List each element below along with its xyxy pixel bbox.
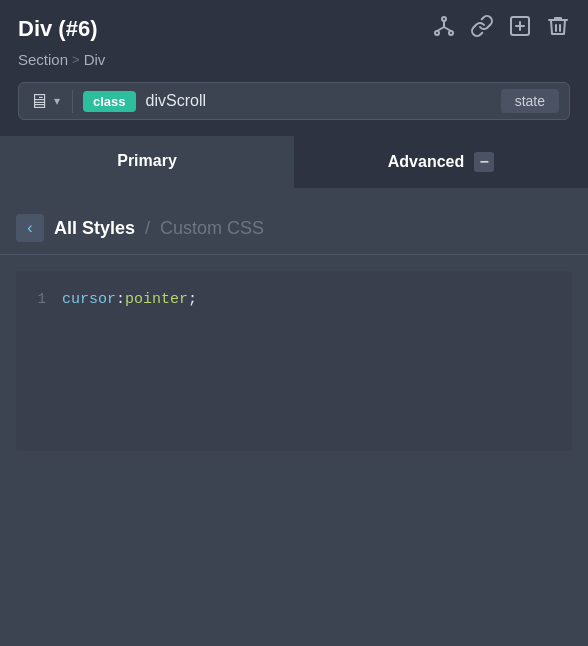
breadcrumb-div: Div [84,51,106,68]
class-value: divScroll [146,92,491,110]
hierarchy-icon[interactable] [432,14,456,43]
custom-css-label: Custom CSS [160,218,264,239]
breadcrumb-section: Section [18,51,68,68]
css-property: cursor [62,291,116,308]
header-top: Div (#6) [18,14,570,43]
class-badge[interactable]: class [83,91,136,112]
trash-icon[interactable] [546,14,570,43]
tab-primary[interactable]: Primary [0,136,294,188]
link-icon[interactable] [470,14,494,43]
css-semicolon: ; [188,291,197,308]
styles-nav-text: All Styles / Custom CSS [54,218,264,239]
toolbar-row: 🖥 ▾ class divScroll state [18,82,570,120]
chevron-down-icon: ▾ [54,94,60,108]
svg-line-4 [437,27,444,31]
css-value: pointer [125,291,188,308]
nav-slash: / [145,218,150,239]
divider [0,254,588,255]
line-number-1: 1 [32,291,46,307]
code-editor[interactable]: 1 cursor:pointer; [16,271,572,451]
tab-advanced[interactable]: Advanced − [294,136,588,188]
css-colon: : [116,291,125,308]
tab-minus-button[interactable]: − [474,152,494,172]
page-title: Div (#6) [18,16,97,42]
tabs: Primary Advanced − [0,136,588,188]
header-icons [432,14,570,43]
code-line-1: 1 cursor:pointer; [16,287,572,312]
header: Div (#6) [0,0,588,136]
code-content-1: cursor:pointer; [62,291,197,308]
state-button[interactable]: state [501,89,559,113]
breadcrumb-separator: > [72,52,80,67]
styles-nav: ‹ All Styles / Custom CSS [0,202,588,254]
breadcrumb: Section > Div [18,51,570,68]
back-button[interactable]: ‹ [16,214,44,242]
all-styles-label[interactable]: All Styles [54,218,135,239]
add-icon[interactable] [508,14,532,43]
desktop-icon: 🖥 [29,90,49,113]
device-selector[interactable]: 🖥 ▾ [29,90,73,113]
content-area: ‹ All Styles / Custom CSS 1 cursor:point… [0,188,588,451]
svg-line-5 [444,27,451,31]
